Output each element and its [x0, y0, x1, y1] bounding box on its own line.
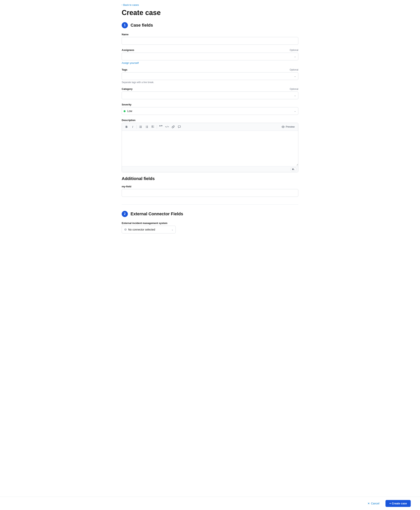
bullet-list-button[interactable] — [138, 124, 143, 130]
code-button[interactable]: </> — [164, 124, 170, 130]
my-field-group: my-field — [122, 185, 298, 197]
name-label: Name — [122, 33, 128, 36]
svg-rect-15 — [153, 127, 154, 127]
category-field-group: Category Optional ⌄ — [122, 88, 298, 99]
back-label: Back to cases — [123, 3, 139, 6]
cancel-x-icon: ✕ — [368, 502, 370, 505]
description-textarea[interactable] — [122, 131, 298, 166]
my-field-label: my-field — [122, 185, 131, 188]
create-case-button[interactable]: + Create case — [385, 500, 411, 507]
assignees-label: Assignees — [122, 49, 134, 52]
link-button[interactable] — [171, 124, 176, 130]
section-header-external: 2 External Connector Fields — [122, 211, 298, 217]
svg-text:3: 3 — [146, 127, 146, 128]
section-header-case-fields: 1 Case fields — [122, 22, 298, 28]
name-field-group: Name — [122, 33, 298, 45]
additional-fields-section: Additional fields my-field — [122, 176, 298, 197]
editor-toolbar: B I — [122, 123, 298, 131]
section-title-case-fields: Case fields — [131, 23, 153, 28]
toolbar-separator-1 — [136, 125, 137, 129]
preview-button[interactable]: Preview — [280, 125, 296, 129]
toolbar-left: B I — [124, 124, 182, 130]
svg-rect-0 — [140, 126, 142, 126]
svg-rect-14 — [152, 127, 152, 128]
svg-rect-13 — [153, 126, 154, 126]
category-optional: Optional — [290, 88, 298, 90]
category-select-wrapper: ⌄ — [122, 92, 298, 99]
name-input[interactable] — [122, 37, 298, 45]
tags-label: Tags — [122, 68, 127, 71]
tags-optional: Optional — [290, 68, 298, 71]
assignees-optional: Optional — [290, 49, 298, 52]
create-case-label: + Create case — [389, 502, 407, 505]
italic-button[interactable]: I — [130, 124, 135, 130]
assignees-select[interactable] — [122, 53, 298, 60]
severity-field-group: Severity Low Medium High Critical ⌄ — [122, 103, 298, 115]
external-connector-label: External incident management system — [122, 222, 167, 225]
connector-chevron-icon: ⌄ — [172, 228, 173, 231]
tags-hint: Separate tags with a line break. — [122, 81, 298, 84]
toolbar-separator-2 — [157, 125, 157, 129]
svg-point-4 — [139, 127, 140, 127]
description-label: Description — [122, 119, 135, 122]
tags-select[interactable] — [122, 72, 298, 80]
severity-label: Severity — [122, 103, 132, 106]
section-title-external: External Connector Fields — [131, 211, 183, 216]
assign-yourself-link[interactable]: Assign yourself — [122, 61, 139, 64]
category-label: Category — [122, 88, 133, 90]
back-chevron-icon: ‹ — [122, 3, 122, 6]
checklist-button[interactable] — [150, 124, 156, 130]
svg-rect-16 — [178, 126, 180, 127]
connector-selected-label: No connector selected — [128, 228, 155, 231]
assignees-field-group: Assignees Optional ⌄ Assign yourself — [122, 49, 298, 64]
bottom-action-bar: ✕ Cancel + Create case — [0, 497, 420, 510]
external-connector-field-group: External incident management system ⊖ No… — [122, 222, 298, 233]
section-badge-1: 1 — [122, 22, 128, 28]
quote-button[interactable]: “” — [158, 124, 164, 130]
markdown-badge: M↓ — [291, 168, 296, 171]
no-connector-icon: ⊖ — [124, 228, 127, 231]
tags-select-wrapper: ⌄ — [122, 72, 298, 80]
assignees-select-wrapper: ⌄ — [122, 53, 298, 60]
numbered-list-button[interactable]: 1 2 3 — [144, 124, 150, 130]
severity-select[interactable]: Low Medium High Critical — [122, 107, 298, 115]
preview-label: Preview — [286, 125, 295, 128]
additional-fields-title: Additional fields — [122, 176, 298, 181]
svg-point-5 — [139, 127, 140, 128]
bold-button[interactable]: B — [124, 124, 129, 130]
description-editor: B I — [122, 123, 298, 172]
cancel-button[interactable]: ✕ Cancel — [364, 500, 382, 507]
svg-rect-6 — [146, 126, 148, 126]
section-badge-2: 2 — [122, 211, 128, 217]
external-connector-section: 2 External Connector Fields External inc… — [122, 211, 298, 233]
svg-point-3 — [139, 126, 140, 126]
tags-field-group: Tags Optional ⌄ Separate tags with a lin… — [122, 68, 298, 84]
connector-select-display[interactable]: ⊖ No connector selected ⌄ — [122, 226, 176, 233]
svg-rect-8 — [146, 127, 148, 128]
svg-rect-7 — [146, 127, 148, 127]
case-fields-section: 1 Case fields Name Assignees Optional ⌄ … — [122, 22, 298, 197]
severity-select-wrapper: Low Medium High Critical ⌄ — [122, 107, 298, 115]
cancel-label: Cancel — [371, 502, 380, 505]
svg-point-17 — [283, 126, 284, 127]
description-field-group: Description B I — [122, 119, 298, 172]
svg-rect-1 — [140, 127, 142, 127]
editor-footer: M↓ — [122, 166, 298, 172]
page-title: Create case — [122, 9, 298, 17]
svg-rect-2 — [140, 127, 142, 128]
back-to-cases-link[interactable]: ‹ Back to cases — [122, 3, 139, 6]
my-field-input[interactable] — [122, 189, 298, 197]
comment-button[interactable] — [177, 124, 182, 130]
category-select[interactable] — [122, 92, 298, 99]
connector-select-wrapper: ⊖ No connector selected ⌄ — [122, 226, 176, 233]
